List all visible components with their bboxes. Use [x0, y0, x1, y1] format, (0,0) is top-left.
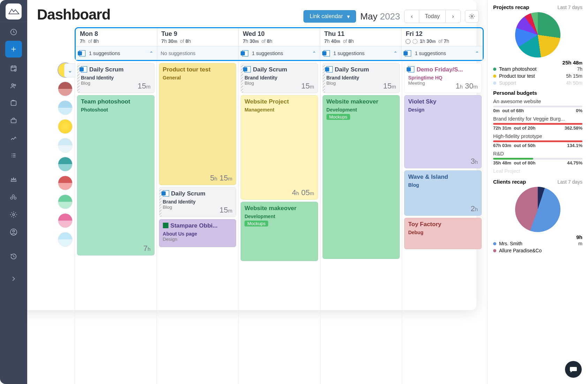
svg-rect-6 [11, 119, 16, 123]
avatar[interactable] [58, 101, 72, 115]
svg-rect-5 [11, 101, 16, 106]
chevron-up-icon: ⌃ [149, 51, 153, 56]
svg-point-3 [12, 84, 14, 86]
day-header[interactable]: Wed 10 7h 30m of 8h [238, 28, 320, 46]
date-nav: ‹ Today › [404, 10, 461, 23]
time-entry-card[interactable]: Daily Scrum Brand Identity Blog 15m [323, 63, 400, 93]
history-icon[interactable] [5, 248, 22, 265]
suggestions-row[interactable]: 1 suggestions ⌃ [320, 46, 401, 60]
calendar-area: Dashboard Link calendar ▾ May 2023 ‹ Tod… [27, 0, 476, 310]
avatar[interactable] [58, 176, 72, 190]
page-title: Dashboard [37, 6, 110, 23]
prev-button[interactable]: ‹ [405, 10, 419, 23]
chevron-up-icon: ⌃ [312, 51, 316, 56]
outlook-icon [81, 66, 87, 72]
week-header: Mon 8 7h of 8h Tue 9 7h 30m of 8h Wed 10… [75, 27, 476, 61]
next-button[interactable]: › [446, 10, 460, 23]
day-header[interactable]: Mon 8 7h of 8h [76, 28, 157, 46]
outlook-icon [79, 50, 85, 56]
avatar[interactable] [58, 120, 72, 133]
user-avatars [56, 61, 75, 310]
avatar[interactable] [58, 195, 72, 209]
time-entry-card[interactable]: Wave & Island Blog 2h [404, 170, 476, 216]
day-header[interactable]: Thu 11 7h 40m of 8h [320, 28, 401, 46]
apps-icon[interactable] [5, 189, 22, 206]
crown-icon[interactable] [5, 171, 22, 189]
list-icon[interactable] [5, 147, 22, 164]
outlook-icon [324, 50, 330, 56]
avatar[interactable] [58, 214, 72, 228]
outlook-icon [326, 66, 333, 72]
suggestions-row[interactable]: 1 suggestions ⌃ [401, 46, 476, 60]
time-entry-card[interactable]: Daily Scrum Brand Identity Blog 15m [77, 63, 154, 93]
user-icon[interactable] [5, 223, 22, 241]
app-logo[interactable] [6, 3, 22, 20]
day-header[interactable]: Fri 12 1h 30m of 7h [401, 28, 476, 46]
time-entry-card[interactable]: Website Project Management 4h 05m [241, 95, 318, 200]
chevron-down-icon: ▾ [347, 13, 350, 20]
svg-point-10 [471, 16, 473, 17]
avatar[interactable] [58, 138, 72, 152]
time-entry-card[interactable]: Website makeover Development Mockups [241, 202, 318, 261]
briefcase-icon[interactable] [5, 112, 22, 129]
svg-point-4 [14, 84, 16, 86]
day-header[interactable]: Tue 9 7h 30m of 8h [157, 28, 239, 46]
time-entry-card[interactable]: Toy Factory Debug [404, 218, 476, 249]
time-entry-card[interactable]: Demo Friday/S... Springtime HQ Meeting 1… [404, 63, 476, 93]
svg-point-8 [13, 230, 15, 232]
suggestions-row[interactable]: No suggestions [157, 46, 239, 60]
svg-point-7 [13, 214, 15, 216]
avatar[interactable] [58, 82, 72, 96]
time-entry-card[interactable]: Team photoshoot Photoshoot 7h [77, 95, 154, 255]
team-icon[interactable] [5, 77, 22, 94]
svg-rect-1 [11, 66, 16, 71]
time-entry-card[interactable]: Website makeover Development Mockups [323, 95, 400, 259]
outlook-icon [244, 66, 251, 72]
time-entry-card[interactable]: Daily Scrum Brand Identity Blog 15m [241, 63, 318, 93]
clock-icon[interactable] [5, 23, 22, 41]
settings-icon[interactable] [5, 206, 22, 223]
collapse-icon[interactable] [5, 270, 22, 287]
time-entry-card[interactable]: Stampare Obbi... About Us page Design [159, 219, 236, 247]
outlook-icon [163, 190, 169, 197]
add-button[interactable] [5, 41, 22, 57]
avatar[interactable] [58, 157, 72, 171]
outlook-icon [405, 50, 411, 56]
archive-icon[interactable] [5, 94, 22, 112]
current-month: May 2023 [360, 11, 400, 22]
time-entry-card[interactable]: Product tour test General 5h 15m [159, 63, 236, 185]
planner-icon [163, 223, 168, 228]
suggestions-row[interactable]: 1 suggestions ⌃ [76, 46, 157, 60]
outlook-icon [242, 50, 248, 56]
suggestions-row[interactable]: 1 suggestions ⌃ [238, 46, 320, 60]
expand-suggestions-button[interactable]: ⌄ [64, 63, 75, 77]
chevron-up-icon: ⌃ [393, 51, 398, 56]
outlook-icon [408, 66, 414, 72]
chevron-up-icon: ⌃ [475, 51, 476, 56]
chart-icon[interactable] [5, 129, 22, 147]
time-entry-card[interactable]: Violet Sky Design 3h [404, 95, 476, 168]
today-button[interactable]: Today [419, 10, 446, 23]
link-calendar-button[interactable]: Link calendar ▾ [303, 10, 356, 23]
left-sidebar [0, 0, 27, 310]
view-settings-button[interactable] [465, 10, 476, 23]
avatar[interactable] [58, 232, 72, 246]
calendar-icon[interactable] [5, 60, 22, 77]
time-entry-card[interactable]: Daily Scrum Brand Identity Blog 15m [159, 187, 236, 217]
